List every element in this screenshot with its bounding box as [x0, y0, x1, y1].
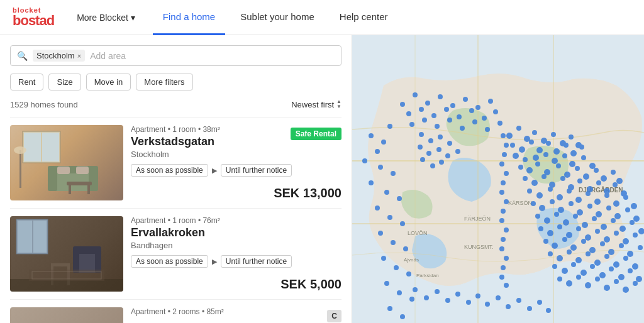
svg-point-203	[381, 140, 386, 145]
listing-card-3[interactable]: Apartment • 2 rooms • 85m² C	[10, 299, 341, 323]
svg-rect-12	[57, 167, 70, 174]
svg-point-104	[539, 205, 545, 211]
search-bar[interactable]: 🔍 Stockholm × Add area	[10, 45, 341, 66]
svg-point-242	[455, 292, 460, 297]
size-filter-button[interactable]: Size	[48, 74, 80, 90]
svg-point-214	[400, 221, 405, 226]
svg-point-202	[369, 133, 374, 138]
svg-point-189	[444, 107, 449, 112]
listing-card-2[interactable]: Apartment • 1 room • 76m² Ervallakroken …	[10, 208, 341, 299]
svg-point-139	[552, 243, 558, 249]
svg-point-161	[571, 262, 576, 267]
listing-location-1: Stockholm	[131, 150, 341, 159]
date-from-1: As soon as possible	[131, 164, 208, 177]
svg-point-192	[482, 116, 487, 121]
results-header: 1529 homes found Newest first ▲▼	[10, 99, 341, 109]
svg-point-83	[560, 176, 565, 181]
svg-point-194	[409, 122, 414, 127]
svg-point-217	[403, 246, 408, 251]
move-in-filter-button[interactable]: Move in	[86, 74, 131, 90]
svg-point-99	[604, 193, 609, 198]
svg-point-221	[384, 281, 389, 286]
search-placeholder[interactable]: Add area	[90, 51, 126, 61]
date-arrow-2: ▶	[212, 258, 217, 266]
svg-point-119	[573, 214, 578, 219]
svg-point-179	[413, 92, 418, 97]
svg-point-96	[575, 197, 582, 203]
svg-point-143	[589, 247, 596, 253]
svg-point-190	[457, 114, 462, 119]
svg-point-232	[436, 147, 441, 152]
nav-sublet-home[interactable]: Sublet your home	[230, 0, 325, 35]
svg-point-159	[552, 264, 557, 269]
listing-card-1[interactable]: Apartment • 1 room • 38m² Verkstadsgatan…	[10, 117, 341, 208]
nav-find-home[interactable]: Find a home	[153, 0, 225, 35]
nav-help-center[interactable]: Help center	[330, 0, 398, 35]
location-tag: Stockholm ×	[33, 50, 85, 62]
svg-point-50	[519, 146, 525, 153]
svg-point-138	[543, 239, 548, 244]
listing-dates-2: As soon as possible ▶ Until further noti…	[131, 255, 341, 268]
svg-point-258	[499, 190, 504, 195]
svg-point-130	[566, 232, 572, 238]
svg-point-247	[506, 304, 511, 309]
svg-point-110	[596, 211, 602, 217]
svg-point-63	[562, 153, 567, 158]
svg-point-173	[595, 276, 600, 282]
map-svg: LOVÖN FÄRJEÖN KUNGSMT. Ajvnäs Parksidan …	[352, 35, 644, 323]
map-panel[interactable]: LOVÖN FÄRJEÖN KUNGSMT. Ajvnäs Parksidan …	[352, 35, 644, 323]
svg-point-167	[628, 268, 633, 273]
svg-point-180	[425, 101, 430, 106]
left-panel: 🔍 Stockholm × Add area Rent Size Move in…	[0, 35, 352, 323]
svg-rect-10	[69, 185, 71, 194]
svg-point-112	[614, 213, 621, 219]
svg-point-122	[601, 224, 607, 230]
svg-point-109	[587, 204, 592, 209]
more-filters-button[interactable]: More filters	[136, 74, 192, 90]
tag-close-button[interactable]: ×	[77, 52, 81, 60]
listing-title-2: Ervallakroken	[131, 226, 341, 239]
svg-point-244	[475, 293, 480, 298]
svg-point-212	[375, 205, 380, 211]
svg-point-187	[419, 107, 424, 112]
svg-point-184	[475, 105, 480, 110]
svg-point-85	[577, 178, 582, 183]
svg-point-141	[570, 244, 577, 251]
sort-selector[interactable]: Newest first ▲▼	[291, 99, 341, 109]
svg-point-131	[576, 226, 581, 231]
svg-point-71	[556, 163, 561, 168]
svg-text:DJURGÅRDEN: DJURGÅRDEN	[579, 186, 623, 194]
svg-point-74	[583, 173, 589, 180]
svg-point-172	[585, 282, 591, 288]
svg-point-105	[550, 199, 555, 204]
svg-point-195	[422, 118, 427, 123]
more-blocket-button[interactable]: More Blocket ▾	[72, 10, 140, 25]
svg-point-129	[557, 224, 562, 229]
rent-filter-button[interactable]: Rent	[10, 74, 43, 90]
svg-point-58	[513, 153, 519, 159]
svg-point-257	[501, 180, 506, 185]
svg-point-231	[426, 151, 431, 156]
svg-point-47	[569, 134, 574, 140]
svg-point-145	[608, 249, 614, 255]
svg-point-118	[563, 219, 569, 226]
svg-point-191	[469, 108, 474, 113]
svg-point-80	[531, 180, 538, 186]
svg-point-154	[594, 260, 601, 266]
svg-point-8	[14, 146, 26, 154]
svg-text:FÄRJEÖN: FÄRJEÖN	[464, 216, 491, 222]
svg-point-117	[554, 212, 559, 217]
svg-point-103	[531, 201, 536, 206]
svg-point-206	[362, 158, 367, 163]
svg-point-59	[523, 157, 528, 162]
svg-point-216	[391, 240, 396, 245]
svg-point-228	[438, 134, 443, 140]
logo[interactable]: blocket bostad	[13, 7, 54, 28]
svg-point-123	[611, 218, 616, 223]
svg-point-178	[400, 102, 405, 107]
logo-bostad-text: bostad	[13, 14, 54, 28]
svg-point-260	[501, 209, 506, 214]
svg-point-252	[501, 133, 506, 138]
svg-rect-5	[48, 169, 57, 191]
svg-rect-11	[87, 185, 90, 194]
